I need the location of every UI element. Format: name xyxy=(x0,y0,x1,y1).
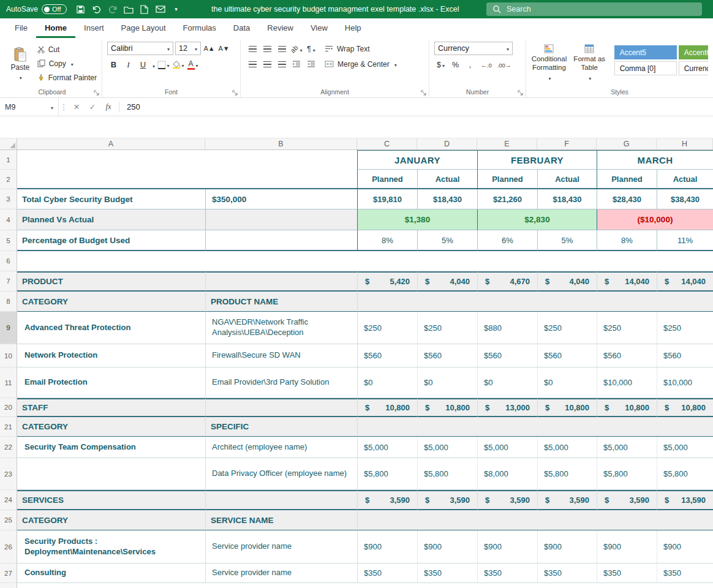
row-header-3[interactable]: 3 xyxy=(0,189,17,209)
align-center-button[interactable] xyxy=(260,58,274,70)
cell-B4[interactable] xyxy=(205,209,357,230)
cell-E2[interactable]: Planned xyxy=(477,170,537,189)
cell-H26[interactable]: $900 xyxy=(657,530,713,564)
tab-home[interactable]: Home xyxy=(36,18,75,38)
caret-down-icon[interactable] xyxy=(151,59,155,70)
align-right-button[interactable] xyxy=(275,58,289,70)
decrease-font-size-button[interactable]: A▼ xyxy=(217,42,230,55)
undo-button[interactable] xyxy=(89,2,105,17)
cell-G20[interactable]: $10,800 xyxy=(597,398,657,417)
row-header-23[interactable]: 23 xyxy=(0,458,17,490)
text-direction-button[interactable]: ¶ xyxy=(304,43,318,55)
cell-G23[interactable]: $5,800 xyxy=(597,458,657,490)
cell-B26[interactable]: Service provider name xyxy=(205,530,357,564)
cell-E22[interactable]: $5,000 xyxy=(477,437,537,458)
cell-C3[interactable]: $19,810 xyxy=(357,189,417,209)
cell-F20[interactable]: $10,800 xyxy=(537,398,597,417)
wrap-text-button[interactable]: Wrap Text xyxy=(325,43,397,55)
cell-C23[interactable]: $5,800 xyxy=(357,458,417,490)
column-header-E[interactable]: E xyxy=(477,138,537,149)
increase-font-size-button[interactable]: A▲ xyxy=(203,42,216,55)
save-button[interactable] xyxy=(73,2,89,17)
column-header-H[interactable]: H xyxy=(657,138,713,149)
row-header-25[interactable]: 25 xyxy=(0,510,17,530)
cell-H9[interactable]: $250 xyxy=(657,312,713,344)
orientation-button[interactable]: ab xyxy=(290,43,303,55)
accounting-format-button[interactable]: $ xyxy=(434,59,447,71)
cell-B3[interactable]: $350,000 xyxy=(205,189,357,209)
style-currency[interactable]: Currency xyxy=(679,61,708,75)
cell-G2[interactable]: Planned xyxy=(597,170,657,189)
cell-D2[interactable]: Actual xyxy=(417,170,477,189)
row-header-8[interactable]: 8 xyxy=(0,292,17,312)
row-header-4[interactable]: 4 xyxy=(0,209,17,230)
cell-D10[interactable]: $560 xyxy=(417,344,477,368)
variance-cell-2[interactable]: ($10,000) xyxy=(597,209,713,230)
cut-button[interactable]: Cut xyxy=(37,43,97,55)
cell-B1[interactable] xyxy=(205,150,357,170)
cell-F9[interactable]: $250 xyxy=(537,312,597,344)
row-header-6[interactable]: 6 xyxy=(0,251,17,271)
cell-H5[interactable]: 11% xyxy=(657,230,713,251)
comma-style-button[interactable]: , xyxy=(464,59,477,71)
cell-H23[interactable]: $5,800 xyxy=(657,458,713,490)
cell-A11[interactable]: Email Protection xyxy=(17,368,205,398)
cell-G5[interactable]: 8% xyxy=(597,230,657,251)
format-painter-button[interactable]: Format Painter xyxy=(37,72,97,83)
variance-cell-1[interactable]: $2,830 xyxy=(477,209,597,230)
font-name-select[interactable]: Calibri xyxy=(107,42,173,55)
cell-A7[interactable]: PRODUCT xyxy=(17,271,205,292)
cell-B24[interactable] xyxy=(205,490,357,510)
column-header-G[interactable]: G xyxy=(597,138,657,149)
new-file-button[interactable] xyxy=(137,2,153,17)
cell-B9[interactable]: NGAV\EDR\Network Traffic Analysis\UEBA\D… xyxy=(205,312,357,344)
cell-C8[interactable] xyxy=(357,292,713,312)
cell-A1[interactable] xyxy=(17,150,205,170)
cell-E5[interactable]: 6% xyxy=(477,230,537,251)
cell-A20[interactable]: STAFF xyxy=(17,398,205,417)
row-header-26[interactable]: 26 xyxy=(0,530,17,564)
font-color-button[interactable]: A xyxy=(186,58,199,71)
cell-D27[interactable]: $350 xyxy=(417,564,477,583)
cell-C10[interactable]: $560 xyxy=(357,344,417,368)
cell-G24[interactable]: $3,590 xyxy=(597,490,657,510)
cell-C2[interactable]: Planned xyxy=(357,170,417,189)
tab-insert[interactable]: Insert xyxy=(75,18,113,38)
fill-color-button[interactable] xyxy=(172,58,184,71)
month-header-february[interactable]: FEBRUARY xyxy=(477,150,597,170)
align-bottom-button[interactable] xyxy=(275,43,289,55)
name-box[interactable]: M9 xyxy=(0,98,59,116)
cell-A8[interactable]: CATEGORY xyxy=(17,292,205,312)
cell-D24[interactable]: $3,590 xyxy=(417,490,477,510)
cell-F5[interactable]: 5% xyxy=(537,230,597,251)
cell-E26[interactable]: $900 xyxy=(477,530,537,564)
cell-F24[interactable]: $3,590 xyxy=(537,490,597,510)
column-header-B[interactable]: B xyxy=(205,138,357,149)
cell-B11[interactable]: Email Provider\3rd Party Solution xyxy=(205,368,357,398)
cell-H27[interactable]: $350 xyxy=(657,564,713,583)
cell-B27[interactable]: Service provider name xyxy=(205,564,357,583)
cell-D26[interactable]: $900 xyxy=(417,530,477,564)
cell-D5[interactable]: 5% xyxy=(417,230,477,251)
copy-button[interactable]: Copy xyxy=(37,58,97,69)
tab-view[interactable]: View xyxy=(302,18,336,38)
share-email-button[interactable] xyxy=(153,2,168,17)
decrease-decimal-button[interactable]: .00→ xyxy=(496,59,512,71)
cell-C24[interactable]: $3,590 xyxy=(357,490,417,510)
cell-F23[interactable]: $5,800 xyxy=(537,458,597,490)
variance-cell-0[interactable]: $1,380 xyxy=(357,209,477,230)
cell-D11[interactable]: $0 xyxy=(417,368,477,398)
cell-B20[interactable] xyxy=(205,398,357,417)
increase-decimal-button[interactable]: ←.0 xyxy=(478,59,494,71)
merge-center-button[interactable]: Merge & Center xyxy=(325,58,397,70)
select-all-corner[interactable] xyxy=(0,138,17,149)
style-accent5[interactable]: Accent5 xyxy=(614,45,677,59)
cell-A6[interactable] xyxy=(17,251,713,271)
cell-D22[interactable]: $5,000 xyxy=(417,437,477,458)
row-header-27[interactable]: 27 xyxy=(0,564,17,583)
cell-B22[interactable]: Architect (employee name) xyxy=(205,437,357,458)
column-header-C[interactable]: C xyxy=(357,138,417,149)
cell-G22[interactable]: $5,000 xyxy=(597,437,657,458)
cell-B10[interactable]: Firewall\Secure SD WAN xyxy=(205,344,357,368)
cell-F11[interactable]: $0 xyxy=(537,368,597,398)
